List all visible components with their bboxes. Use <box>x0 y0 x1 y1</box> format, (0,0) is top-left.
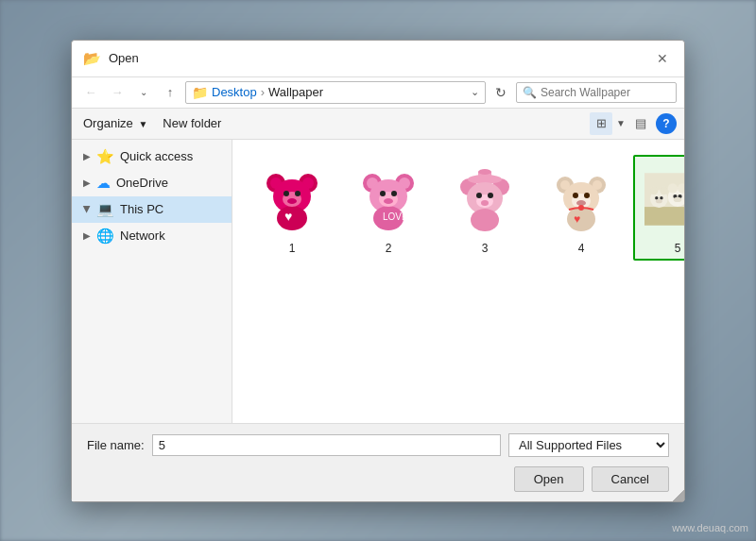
svg-point-50 <box>655 196 658 199</box>
help-button[interactable]: ? <box>656 113 677 134</box>
svg-point-40 <box>573 193 578 198</box>
this-pc-label: This PC <box>120 202 163 216</box>
file-item-2[interactable]: LOVE 2 <box>344 155 433 261</box>
forward-button[interactable]: → <box>106 81 129 104</box>
back-button[interactable]: ← <box>79 81 102 104</box>
quick-access-icon: ⭐ <box>96 148 114 165</box>
quick-access-label: Quick access <box>120 149 193 163</box>
breadcrumb[interactable]: 📁 Desktop › Wallpaper ⌄ <box>185 81 486 104</box>
sidebar-item-network[interactable]: ▶ 🌐 Network <box>72 223 232 249</box>
file-thumbnail-3 <box>446 161 524 238</box>
svg-point-20 <box>384 198 393 204</box>
open-button[interactable]: Open <box>514 466 584 492</box>
this-pc-icon: 💻 <box>96 201 114 218</box>
expand-arrow-this-pc: ▶ <box>82 206 93 213</box>
file-item-3[interactable]: 3 <box>440 155 529 261</box>
svg-point-31 <box>488 193 493 198</box>
svg-point-28 <box>471 209 499 231</box>
svg-text:♥: ♥ <box>574 212 580 226</box>
svg-point-7 <box>284 191 289 196</box>
onedrive-label: OneDrive <box>116 176 168 190</box>
svg-point-30 <box>476 193 482 198</box>
sidebar-item-onedrive[interactable]: ▶ ☁ OneDrive <box>72 170 232 196</box>
breadcrumb-desktop[interactable]: Desktop <box>212 85 257 99</box>
search-icon: 🔍 <box>523 86 537 99</box>
sidebar: ▶ ⭐ Quick access ▶ ☁ OneDrive ▶ 💻 This P… <box>72 140 232 423</box>
breadcrumb-wallpaper[interactable]: Wallpaper <box>268 85 323 99</box>
search-input[interactable] <box>541 86 670 99</box>
svg-point-51 <box>660 196 662 199</box>
file-thumbnail-2: LOVE <box>350 161 427 238</box>
file-name-5: 5 <box>675 242 681 255</box>
file-thumbnail-1: ♥ <box>253 161 331 238</box>
svg-point-18 <box>380 191 386 196</box>
filename-input[interactable] <box>152 434 501 456</box>
svg-point-58 <box>674 196 682 201</box>
svg-point-19 <box>391 191 397 196</box>
svg-point-52 <box>656 199 662 203</box>
recent-locations-button[interactable]: ⌄ <box>132 81 155 104</box>
network-icon: 🌐 <box>96 228 114 245</box>
dialog-title: Open <box>109 51 139 65</box>
svg-point-48 <box>650 186 659 194</box>
up-button[interactable]: ↑ <box>159 81 181 104</box>
svg-point-54 <box>668 183 678 193</box>
view-dropdown-arrow: ▼ <box>616 118 626 128</box>
expand-arrow-network: ▶ <box>83 230 91 241</box>
svg-point-49 <box>660 186 668 194</box>
file-item-1[interactable]: ♥ 1 <box>248 155 336 261</box>
filename-label: File name: <box>87 438 145 452</box>
file-name-1: 1 <box>289 242 296 255</box>
organize-dropdown-arrow: ▼ <box>138 119 147 129</box>
file-name-4: 4 <box>578 242 585 255</box>
network-label: Network <box>120 228 165 243</box>
svg-rect-45 <box>644 205 684 225</box>
svg-text:LOVE: LOVE <box>383 211 408 222</box>
file-thumbnail-4: ♥ <box>542 161 620 238</box>
svg-point-43 <box>578 205 584 211</box>
organize-button[interactable]: Organize ▼ <box>79 114 151 132</box>
svg-point-9 <box>287 198 297 204</box>
breadcrumb-dropdown-button[interactable]: ⌄ <box>471 86 479 98</box>
sidebar-item-quick-access[interactable]: ▶ ⭐ Quick access <box>72 144 232 170</box>
svg-point-41 <box>584 193 590 198</box>
search-box[interactable]: 🔍 <box>516 82 677 103</box>
file-name-3: 3 <box>482 242 489 255</box>
file-thumbnail-5 <box>639 161 684 238</box>
new-folder-button[interactable]: New folder <box>159 114 225 132</box>
resize-handle[interactable] <box>673 490 684 501</box>
refresh-button[interactable]: ↻ <box>490 81 512 104</box>
view-toggle-button[interactable]: ⊞ <box>590 112 612 135</box>
svg-point-8 <box>295 191 301 196</box>
breadcrumb-folder-icon: 📁 <box>192 85 208 100</box>
file-item-5[interactable]: 5 <box>633 155 684 261</box>
sidebar-item-this-pc[interactable]: ▶ 💻 This PC <box>72 196 232 223</box>
expand-arrow-quick-access: ▶ <box>83 151 91 161</box>
file-name-2: 2 <box>386 242 392 255</box>
filetype-select[interactable]: All Supported Files All Files JPEG (*.jp… <box>508 433 669 457</box>
watermark: www.deuaq.com <box>672 522 748 533</box>
file-item-4[interactable]: ♥ 4 <box>537 155 626 261</box>
onedrive-icon: ☁ <box>96 175 111 192</box>
preview-pane-button[interactable]: ▤ <box>629 112 652 135</box>
bottom-bar: File name: All Supported Files All Files… <box>72 423 684 501</box>
dialog-icon: 📂 <box>83 50 101 67</box>
expand-arrow-onedrive: ▶ <box>83 178 91 188</box>
breadcrumb-separator-1: › <box>261 85 265 99</box>
close-button[interactable]: ✕ <box>652 48 673 69</box>
cancel-button[interactable]: Cancel <box>592 466 669 492</box>
file-area: ♥ 1 <box>232 140 684 423</box>
svg-point-32 <box>481 200 489 206</box>
svg-text:♥: ♥ <box>284 209 292 224</box>
svg-point-26 <box>478 169 491 175</box>
